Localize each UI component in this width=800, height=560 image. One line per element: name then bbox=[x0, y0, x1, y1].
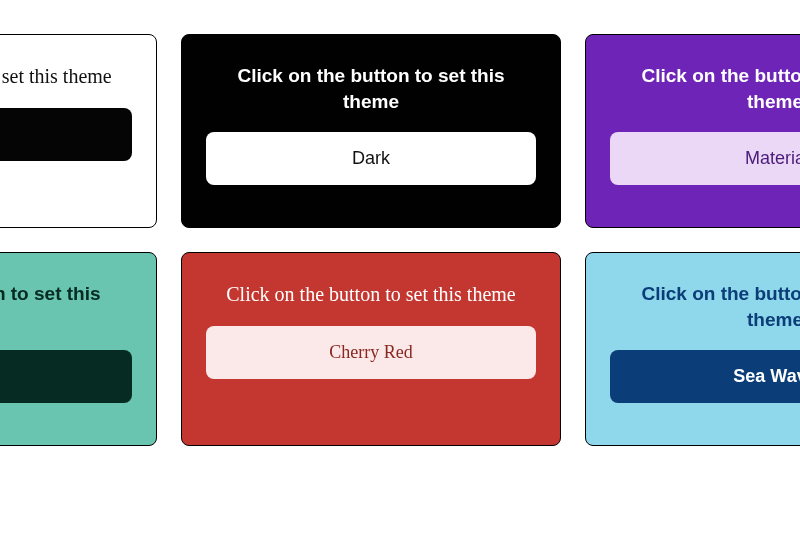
theme-card-forest: Click on the button to set this theme Fo… bbox=[0, 252, 157, 446]
theme-select-button-dark[interactable]: Dark bbox=[206, 132, 536, 185]
theme-card-cherry-red: Click on the button to set this theme Ch… bbox=[181, 252, 561, 446]
theme-prompt: Click on the button to set this theme bbox=[216, 281, 525, 308]
theme-prompt: Click on the button to set this theme bbox=[0, 281, 132, 332]
theme-prompt: Click on the button to set this theme bbox=[0, 63, 122, 90]
theme-select-button-cherry-red[interactable]: Cherry Red bbox=[206, 326, 536, 379]
theme-card-materia: Click on the button to set this theme Ma… bbox=[585, 34, 800, 228]
theme-card-dark: Click on the button to set this theme Da… bbox=[181, 34, 561, 228]
theme-prompt: Click on the button to set this theme bbox=[610, 63, 800, 114]
theme-select-button-light[interactable]: Light bbox=[0, 108, 132, 161]
theme-card-light: Click on the button to set this theme Li… bbox=[0, 34, 157, 228]
theme-grid: Click on the button to set this theme Li… bbox=[0, 34, 800, 446]
theme-prompt: Click on the button to set this theme bbox=[610, 281, 800, 332]
theme-card-sea-wave: Click on the button to set this theme Se… bbox=[585, 252, 800, 446]
theme-select-button-forest[interactable]: Forest bbox=[0, 350, 132, 403]
theme-select-button-sea-wave[interactable]: Sea Wave bbox=[610, 350, 800, 403]
theme-prompt: Click on the button to set this theme bbox=[206, 63, 536, 114]
theme-select-button-materia[interactable]: Materia bbox=[610, 132, 800, 185]
